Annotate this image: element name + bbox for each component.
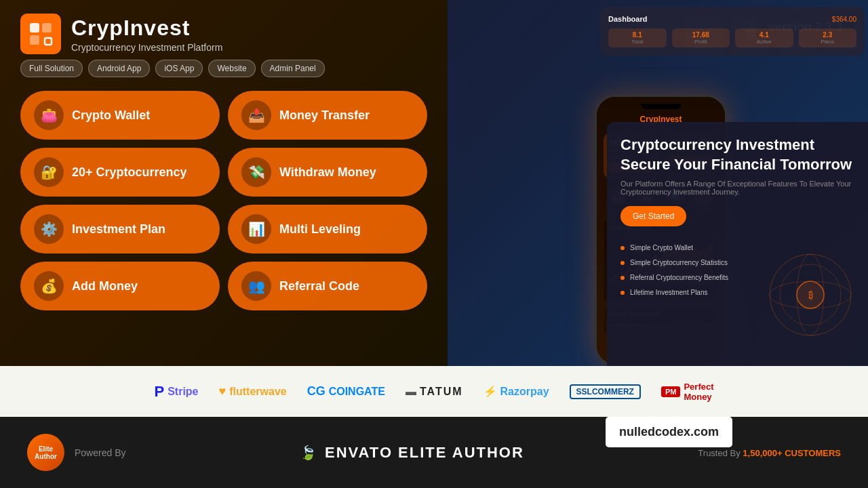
- coingate-text: COINGATE: [329, 386, 385, 398]
- feature-dot-2: [620, 261, 625, 265]
- small-dash-balance: $364.00: [832, 16, 856, 23]
- tatum-icon: ▬: [406, 386, 416, 398]
- referral-label: Referral Code: [279, 279, 359, 293]
- trusted-by-text: Trusted By 1,50,000+ CUSTOMERS: [698, 448, 841, 458]
- partner-perfectmoney: PM PerfectMoney: [661, 382, 714, 402]
- phone-notch: [641, 104, 682, 109]
- feature-text-2: Simple Cryptocurrency Statistics: [630, 258, 728, 268]
- feature-text-1: Simple Crypto Wallet: [630, 243, 693, 253]
- mini-stat-active: 4.1 Active: [735, 28, 793, 47]
- feature-dot-1: [620, 246, 625, 250]
- add-money-icon: 💰: [34, 271, 64, 301]
- crypto-wallet-label: Crypto Wallet: [72, 108, 150, 123]
- flutterwave-icon: ♥: [219, 384, 226, 399]
- investment-label: Investment Plan: [72, 222, 165, 237]
- feature-money-transfer[interactable]: 📤 Money Transfer: [228, 91, 427, 140]
- leveling-icon: 📊: [241, 214, 271, 244]
- elite-author-badge: Elite Author: [27, 434, 64, 471]
- mini-stat-profit-val: 17.68: [677, 31, 725, 39]
- mini-stat-extra-lbl: Plans: [804, 39, 852, 45]
- logo-area: CrypInvest Cryptocurrency Investment Pla…: [20, 14, 427, 54]
- dash-cta-button[interactable]: Get Started: [620, 206, 686, 226]
- large-dashboard: Cryptocurrency Investment Secure Your Fi…: [607, 122, 868, 366]
- platform-tags: Full Solution Android App iOS App Websit…: [20, 60, 427, 77]
- dash-main-title: Cryptocurrency Investment Secure Your Fi…: [620, 136, 854, 174]
- footer-strip: Elite Author Powered By 🍃 ENVATO ELITE A…: [0, 417, 868, 488]
- small-dash-title: Dashboard: [608, 15, 647, 23]
- mini-stat-total: 8.1 Total: [608, 28, 667, 47]
- svg-text:₿: ₿: [808, 289, 813, 300]
- feature-grid: 👛 Crypto Wallet 📤 Money Transfer 🔐 20+ C…: [20, 91, 427, 310]
- crypto-icon: 🔐: [34, 157, 64, 187]
- cryptocurrency-label: 20+ Cryptocurrency: [72, 165, 187, 180]
- envato-elite-text: ENVATO ELITE AUTHOR: [325, 444, 524, 462]
- mini-stat-extra: 2.3 Plans: [799, 28, 857, 47]
- feature-crypto-wallet[interactable]: 👛 Crypto Wallet: [20, 91, 220, 140]
- withdraw-label: Withdraw Money: [279, 165, 376, 180]
- wallet-icon: 👛: [34, 100, 64, 130]
- feature-referral[interactable]: 👥 Referral Code: [228, 262, 427, 310]
- brand-logo-icon: [20, 14, 61, 54]
- left-panel: CrypInvest Cryptocurrency Investment Pla…: [0, 0, 448, 366]
- feature-investment[interactable]: ⚙️ Investment Plan: [20, 205, 220, 253]
- perfectmoney-text: PerfectMoney: [684, 382, 713, 402]
- brand-tagline: Cryptocurrency Investment Platform: [71, 42, 222, 53]
- small-dash-stats: 8.1 Total 17.68 Profit 4.1 Active 2.3: [608, 28, 856, 47]
- brand-name: CrypInvest: [71, 16, 222, 41]
- mini-stat-active-val: 4.1: [741, 31, 788, 39]
- stripe-text: Stripe: [167, 386, 198, 398]
- tag-android[interactable]: Android App: [88, 60, 150, 77]
- leveling-label: Multi Leveling: [279, 222, 361, 237]
- footer-center: 🍃 ENVATO ELITE AUTHOR: [300, 444, 524, 462]
- mini-stat-extra-val: 2.3: [804, 31, 852, 39]
- footer-right: Trusted By 1,50,000+ CUSTOMERS: [698, 447, 841, 458]
- coingate-icon: CG: [307, 384, 326, 399]
- mini-stat-profit-lbl: Profit: [677, 39, 725, 45]
- feature-leveling[interactable]: 📊 Multi Leveling: [228, 205, 427, 253]
- withdraw-icon: 💸: [241, 157, 271, 187]
- partner-tatum: ▬ TATUM: [406, 386, 463, 398]
- sslcommerz-text: SSLCOMMERZ: [570, 384, 641, 399]
- mini-stat-profit: 17.68 Profit: [672, 28, 730, 47]
- mini-stat-total-lbl: Total: [614, 39, 661, 45]
- tag-admin[interactable]: Admin Panel: [261, 60, 325, 77]
- investment-icon: ⚙️: [34, 214, 64, 244]
- svg-rect-2: [30, 35, 39, 45]
- stripe-icon: P: [154, 383, 164, 401]
- partner-razorpay: ⚡ Razorpay: [484, 385, 549, 398]
- razorpay-text: Razorpay: [500, 386, 549, 398]
- svg-rect-1: [42, 23, 52, 33]
- partner-sslcommerz: SSLCOMMERZ: [570, 384, 641, 399]
- money-transfer-label: Money Transfer: [279, 108, 370, 123]
- customer-count: 1,50,000+ CUSTOMERS: [743, 448, 841, 458]
- right-panel: 🦋 Flutter 🤖 Android 🍎 iOS 🌐 Website: [448, 0, 868, 366]
- small-dashboard-preview: Dashboard $364.00 8.1 Total 17.68 Profit: [600, 7, 865, 56]
- nulled-text: nulledcodex.com: [619, 425, 719, 439]
- partner-stripe: P Stripe: [154, 383, 198, 401]
- partner-coingate: CG COINGATE: [307, 384, 385, 399]
- referral-icon: 👥: [241, 271, 271, 301]
- powered-by-text: Powered By: [75, 447, 125, 458]
- mini-stat-active-lbl: Active: [741, 39, 788, 45]
- add-money-label: Add Money: [72, 279, 138, 293]
- feature-add-money[interactable]: 💰 Add Money: [20, 262, 220, 310]
- tag-full-solution[interactable]: Full Solution: [20, 60, 83, 77]
- feature-text-3: Referral Cryptocurrency Benefits: [630, 273, 728, 283]
- svg-rect-3: [45, 38, 52, 45]
- partner-flutterwave: ♥ flutterwave: [219, 384, 287, 399]
- badge-text: Elite Author: [27, 445, 64, 460]
- small-dash-header: Dashboard $364.00: [608, 15, 856, 23]
- tag-website[interactable]: Website: [208, 60, 255, 77]
- feature-cryptocurrency[interactable]: 🔐 20+ Cryptocurrency: [20, 148, 220, 197]
- nulled-codex-overlay: nulledcodex.com: [606, 417, 732, 447]
- main-wrapper: CrypInvest Cryptocurrency Investment Pla…: [0, 0, 868, 488]
- envato-leaf-icon: 🍃: [300, 445, 317, 461]
- razorpay-icon: ⚡: [484, 385, 497, 398]
- pm-box: PM: [661, 386, 681, 397]
- feature-withdraw[interactable]: 💸 Withdraw Money: [228, 148, 427, 197]
- mini-stat-total-val: 8.1: [614, 31, 661, 39]
- logo-text: CrypInvest Cryptocurrency Investment Pla…: [71, 16, 222, 53]
- svg-rect-0: [30, 23, 39, 33]
- feature-dot-4: [620, 291, 625, 295]
- tag-ios[interactable]: iOS App: [155, 60, 203, 77]
